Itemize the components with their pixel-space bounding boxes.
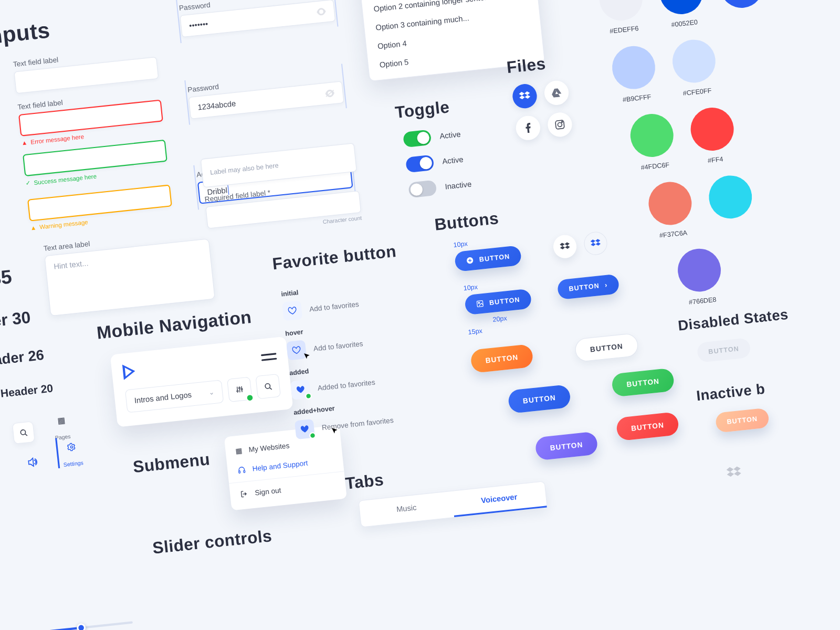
mobile-nav-heading: Mobile Navigation: [96, 307, 253, 343]
swatch-hex: #CFE0FF: [682, 87, 712, 97]
button-label: BUTTON: [631, 421, 664, 432]
type-h26: eader 26: [0, 346, 45, 370]
disabled-heading: Disabled States: [677, 306, 789, 334]
buttons-heading: Buttons: [434, 209, 500, 234]
dropbox-icon[interactable]: [511, 83, 538, 110]
settings-icon[interactable]: [60, 436, 83, 459]
cursor-icon: [332, 427, 339, 435]
inactive-button: BUTTON: [715, 408, 770, 433]
swatch: [718, 0, 765, 10]
orange-button[interactable]: BUTTON: [470, 344, 534, 373]
tabbar: Music Voiceover: [358, 481, 547, 527]
primary-button-image[interactable]: BUTTON: [464, 289, 532, 316]
warning-icon: ▲: [30, 224, 37, 232]
swatch: [676, 247, 723, 294]
green-button[interactable]: BUTTON: [611, 368, 675, 397]
facebook-icon[interactable]: [514, 114, 541, 141]
toggle-off[interactable]: [408, 180, 437, 198]
settings-label: Settings: [63, 460, 83, 468]
svg-point-3: [562, 121, 563, 122]
swatch: [689, 106, 736, 153]
tab-music[interactable]: Music: [359, 491, 455, 527]
swatch: [597, 0, 645, 23]
swatch-hex: #F37C6A: [659, 229, 687, 239]
search-mini-icon[interactable]: [12, 421, 35, 444]
tab-voiceover[interactable]: Voiceover: [452, 481, 547, 517]
search-button[interactable]: [255, 374, 280, 399]
password-value-masked: •••••••: [188, 19, 208, 30]
files-heading: Files: [506, 54, 547, 77]
slider[interactable]: [17, 621, 133, 630]
svg-rect-13: [239, 471, 240, 474]
signout-icon: [240, 489, 249, 498]
toggle-heading: Toggle: [394, 98, 450, 122]
svg-point-11: [241, 388, 243, 390]
toggle-blue-on[interactable]: [405, 155, 434, 173]
red-button[interactable]: BUTTON: [616, 412, 680, 441]
inactive-heading: Inactive b: [696, 380, 766, 404]
burger-icon[interactable]: [261, 353, 277, 361]
type-h20: Header 20: [0, 382, 54, 401]
nav-selected-label: Intros and Logos: [134, 390, 192, 405]
button-label: BUTTON: [590, 342, 623, 353]
headphones-icon: [237, 465, 246, 474]
svg-point-2: [558, 122, 562, 127]
svg-point-8: [70, 446, 73, 448]
eye-off-icon[interactable]: [324, 89, 335, 98]
submenu-label: Help and Support: [252, 459, 308, 473]
eye-icon[interactable]: [316, 7, 327, 16]
cursor-icon: [304, 353, 311, 360]
dropbox-circ-icon[interactable]: [552, 234, 578, 259]
button-label: BUTTON: [727, 415, 758, 426]
favorite-button-added[interactable]: [290, 380, 311, 400]
primary-button-arrow[interactable]: BUTTON ›: [557, 274, 620, 300]
submenu-heading: Submenu: [132, 450, 211, 477]
svg-rect-14: [244, 470, 245, 473]
type-h35: r 35: [0, 266, 13, 291]
check-badge-icon: [305, 392, 312, 400]
blue-button[interactable]: BUTTON: [508, 384, 572, 414]
type-h30: der 30: [0, 308, 32, 331]
check-badge-icon: [246, 394, 254, 402]
pages-icon[interactable]: ▦: [49, 409, 72, 432]
tabs-heading: Tabs: [344, 470, 385, 493]
warning-message: Warning message: [39, 218, 88, 230]
password-value-visible: 1234abcde: [197, 99, 236, 111]
error-message: Error message here: [30, 133, 85, 145]
swatch: [707, 173, 754, 220]
nav-select[interactable]: Intros and Logos ⌄: [125, 380, 224, 413]
disabled-button: BUTTON: [697, 338, 751, 363]
submenu-card: ▦ My Websites Help and Support Sign out: [224, 425, 347, 510]
filters-button[interactable]: [227, 377, 252, 402]
purple-button[interactable]: BUTTON: [534, 431, 598, 460]
favorite-button-hover[interactable]: [286, 340, 307, 360]
dropbox-outline-icon[interactable]: [583, 230, 608, 256]
toggle-green-on[interactable]: [403, 129, 432, 148]
favorite-button[interactable]: [282, 300, 302, 321]
drive-icon[interactable]: [543, 79, 570, 106]
inline-label: Label may also be here: [210, 162, 279, 176]
toggle-label: Inactive: [445, 180, 472, 191]
chevron-right-icon: ›: [604, 281, 608, 289]
favorite-label: Add to favorites: [313, 339, 363, 353]
svg-point-10: [239, 387, 240, 388]
favorite-button-added-hover[interactable]: [295, 419, 315, 439]
warning-icon: ▲: [21, 139, 28, 146]
swatch-hex: #B9CFFF: [622, 93, 652, 103]
button-label: BUTTON: [485, 353, 519, 364]
white-button[interactable]: BUTTON: [574, 333, 639, 362]
swatch: [646, 180, 694, 227]
instagram-icon[interactable]: [547, 111, 573, 138]
primary-button-icon-left[interactable]: BUTTON: [454, 245, 522, 272]
mobile-nav-card: Intros and Logos ⌄: [110, 337, 293, 427]
volume-icon[interactable]: [27, 457, 39, 468]
textarea[interactable]: Hint text...: [44, 238, 215, 316]
swatch: [628, 112, 676, 159]
slider-controls-heading: Slider controls: [152, 527, 273, 558]
toggle-label: Active: [442, 155, 464, 166]
swatch-hex: #0052E0: [671, 18, 698, 29]
swatch-hex: #FF4: [707, 155, 723, 165]
button-label: BUTTON: [489, 296, 520, 307]
favorite-label: Added to favorites: [317, 378, 375, 392]
button-label: BUTTON: [569, 282, 600, 293]
